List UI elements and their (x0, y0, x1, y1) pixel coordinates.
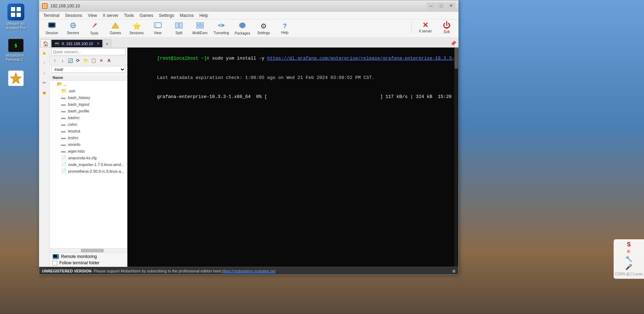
svg-rect-8 (45, 6, 47, 8)
toolbar-exit[interactable]: ⏻ Exit (438, 20, 456, 37)
close-button[interactable]: ✕ (446, 2, 456, 10)
menu-sessions[interactable]: Sessions (62, 12, 85, 19)
csdn-watermark: CSDN @三Lucas (615, 272, 643, 277)
exit-icon: ⏻ (443, 21, 451, 30)
list-item[interactable]: ▬ .bashrc (50, 114, 127, 121)
terminal-area[interactable]: [root@localhost ~]# sudo yum install -y … (127, 48, 458, 267)
file-tool-newfolder[interactable]: 📁 (82, 57, 89, 64)
toolbar-help[interactable]: ? Help (275, 20, 295, 37)
minimize-button[interactable]: ─ (427, 2, 436, 10)
terminal-link[interactable]: https://dl.grafana.com/enterprise/releas… (267, 56, 458, 61)
file-tool-rename[interactable]: A (106, 57, 113, 64)
sessions-label: Sessions (130, 31, 144, 35)
file-item-name: .tcshrc (67, 136, 78, 140)
file-tool-download[interactable]: ↓ (59, 57, 66, 64)
svg-marker-17 (112, 23, 119, 28)
menu-terminal[interactable]: Terminal (41, 12, 62, 19)
list-item[interactable]: ▬ .cshrc (50, 121, 127, 128)
toolbar-view[interactable]: View (148, 20, 168, 37)
file-tool-refresh[interactable]: 🔄 (67, 57, 74, 64)
csdn-panel: S 英· 🔧 🎤 CSDN @三Lucas (614, 239, 644, 279)
menu-xserver[interactable]: X server (100, 12, 121, 19)
doc-icon: 📄 (61, 168, 67, 174)
status-link[interactable]: https://mobaxterm.mobatek.net (222, 269, 276, 273)
desktop-icon-vmware[interactable]: VMware Workstation Pro (2, 4, 30, 30)
list-item[interactable]: 📂 .. (50, 81, 127, 87)
sidebar-down-arrow[interactable]: ↓ (40, 69, 49, 77)
file-tool-copy[interactable]: 📋 (90, 57, 97, 64)
scrollbar-thumb (81, 249, 104, 252)
desktop-icon-mobapersonal[interactable] (2, 70, 30, 87)
file-panel-scrollbar[interactable] (50, 248, 127, 252)
list-item[interactable]: ▬ .bash_history (50, 94, 127, 101)
active-tab[interactable]: 📟 9. 192.168.100.10 ✕ (51, 39, 103, 47)
list-item[interactable]: 📄 anaconda-ks.cfg (50, 154, 127, 161)
file-icon: ▬ (61, 135, 66, 140)
svg-rect-24 (200, 23, 204, 25)
svg-rect-11 (51, 27, 53, 28)
list-item[interactable]: ▬ .bash_profile (50, 107, 127, 114)
file-icon: ▬ (61, 108, 66, 113)
tab-pin-icon: 📌 (449, 39, 457, 47)
toolbar-session[interactable]: Session (42, 20, 62, 37)
toolbar-packages[interactable]: Packages (233, 20, 252, 37)
follow-folder-checkbox[interactable] (53, 261, 57, 265)
list-item[interactable]: ▬ .bash_logout (50, 101, 127, 107)
file-item-name: node_exporter-1.7.0.linux-amd... (68, 162, 124, 167)
toolbar-split[interactable]: Split (169, 20, 189, 37)
toolbar-multiexec[interactable]: MultiExec (190, 20, 210, 37)
new-tab-button[interactable]: + (103, 39, 111, 47)
tab-close-button[interactable]: ✕ (97, 42, 100, 45)
menu-macros[interactable]: Macros (177, 12, 197, 19)
toolbar-settings[interactable]: ⚙ Settings (254, 20, 273, 37)
remote-monitoring-button[interactable]: Remote monitoring (53, 254, 124, 259)
list-item[interactable]: ▬ .tcshrc (50, 134, 127, 141)
terminal-scrollbar[interactable] (454, 48, 458, 267)
sidebar-star-button[interactable]: ★ (40, 49, 49, 57)
terminal-line-1: [root@localhost ~]# sudo yum install -y … (130, 49, 456, 68)
list-item[interactable]: ▬ .lesshst (50, 128, 127, 134)
toolbar-servers[interactable]: Servers (63, 20, 83, 37)
remote-monitoring-label: Remote monitoring (61, 254, 97, 259)
list-item[interactable]: 📄 node_exporter-1.7.0.linux-amd... (50, 161, 127, 168)
list-item[interactable]: 📄 prometheus-2.50.0-rc.0.linux-a... (50, 168, 127, 174)
menu-games[interactable]: Games (137, 12, 156, 19)
list-item[interactable]: ▬ .wget-hsts (50, 148, 127, 154)
path-dropdown[interactable]: /root/ (51, 66, 126, 73)
settings-label: Settings (257, 31, 270, 35)
tab-label: 9. 192.168.100.10 (62, 42, 93, 46)
left-sidebar: ★ ↑ ↓ ✏ ● (39, 48, 50, 267)
quick-connect-input[interactable] (51, 48, 126, 55)
tab-home-button[interactable]: 🏠 (41, 39, 50, 47)
exit-label: Exit (444, 30, 450, 34)
sidebar-pencil[interactable]: ✏ (40, 79, 49, 87)
folder-icon: 📁 (61, 88, 67, 93)
menu-settings[interactable]: Settings (156, 12, 177, 19)
toolbar-xserver[interactable]: ✕ X server (414, 20, 437, 37)
toolbar-sessions[interactable]: ⭐ Sessions (127, 20, 146, 37)
list-item[interactable]: 📁 .ssh (50, 87, 127, 94)
desktop-icon-mobaterm[interactable]: $ MobaXterm_Personal 2... (2, 39, 30, 62)
toolbar-tools[interactable]: Tools (84, 20, 104, 37)
toolbar-games[interactable]: Games (106, 20, 125, 37)
file-tool-delete[interactable]: ✕ (98, 57, 105, 64)
file-icon: ▬ (61, 95, 66, 100)
tab-bar: 🏠 📟 9. 192.168.100.10 ✕ + 📌 (39, 38, 458, 48)
menu-help[interactable]: Help (197, 12, 211, 19)
follow-folder-option[interactable]: Follow terminal folder (53, 260, 124, 265)
file-panel: ↑ ↓ 🔄 ⟳ 📁 📋 ✕ A /root/ (50, 48, 127, 267)
list-item[interactable]: ▬ .viminfo (50, 141, 127, 148)
servers-label: Servers (67, 31, 79, 35)
path-bar: /root/ (50, 65, 127, 74)
sidebar-circle-orange: ● (40, 88, 49, 97)
sidebar-up-arrow[interactable]: ↑ (40, 59, 49, 67)
quick-connect-area (50, 48, 127, 56)
file-tool-up[interactable]: ↑ (51, 57, 58, 64)
maximize-button[interactable]: □ (437, 2, 446, 10)
menu-tools[interactable]: Tools (121, 12, 137, 19)
window-title: 192.168.100.10 (50, 4, 427, 8)
file-tool-newfile[interactable]: ⟳ (74, 57, 82, 64)
name-column-header: Name (53, 75, 63, 80)
menu-view[interactable]: View (85, 12, 100, 19)
toolbar-tunneling[interactable]: Tunneling (211, 20, 231, 37)
